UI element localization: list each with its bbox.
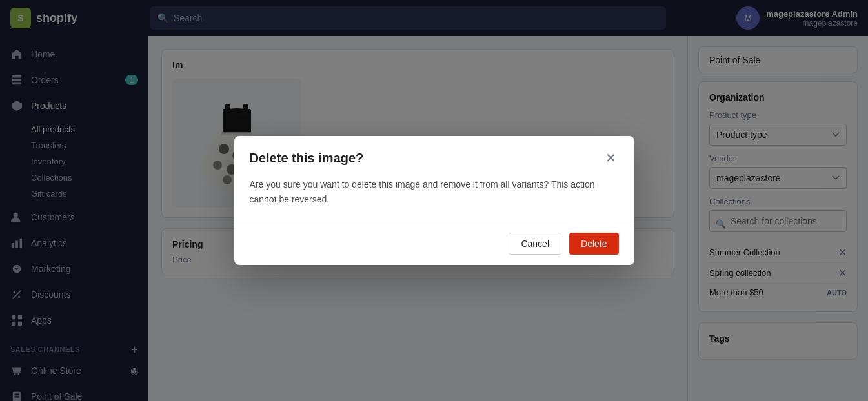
modal-header: Delete this image? ✕	[234, 136, 634, 167]
modal-close-button[interactable]: ✕	[603, 149, 619, 167]
modal-title: Delete this image?	[250, 151, 364, 166]
delete-button[interactable]: Delete	[569, 233, 618, 255]
modal-overlay[interactable]: Delete this image? ✕ Are you sure you wa…	[0, 0, 868, 401]
delete-image-modal: Delete this image? ✕ Are you sure you wa…	[234, 136, 634, 265]
modal-body: Are you sure you want to delete this ima…	[234, 167, 634, 222]
modal-footer: Cancel Delete	[234, 222, 634, 265]
cancel-button[interactable]: Cancel	[509, 233, 561, 255]
